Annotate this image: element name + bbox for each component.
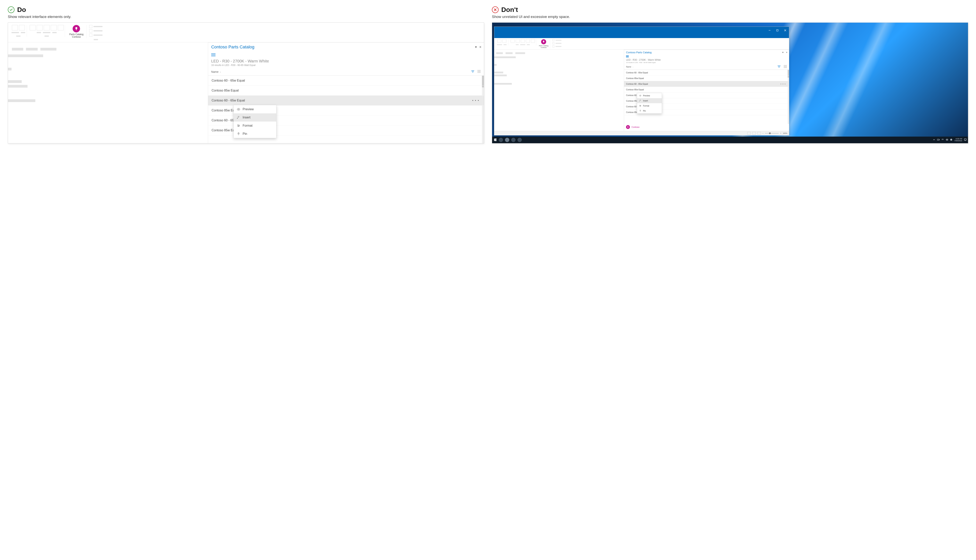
tray-battery-icon[interactable]	[937, 138, 939, 141]
window-minimize-button[interactable]	[766, 28, 773, 33]
ribbon-button[interactable]	[58, 25, 63, 30]
more-options-icon[interactable]: • • •	[779, 83, 787, 85]
placeholder-bar	[45, 35, 49, 37]
context-menu-preview[interactable]: Preview	[234, 105, 276, 113]
checkmark-icon	[8, 7, 15, 13]
list-item[interactable]: Contoso 85w Equal	[208, 86, 484, 96]
pin-icon	[237, 132, 240, 136]
preview-icon	[237, 108, 240, 111]
search-block: LED - R30 - 2700K - Warm White 16 result…	[208, 58, 484, 67]
avatar: C	[626, 125, 630, 129]
ribbon-button[interactable]	[511, 39, 515, 43]
pane-title: Contoso Parts Catalog	[626, 51, 652, 54]
insert-icon	[639, 100, 641, 102]
context-menu-format[interactable]: Format	[234, 122, 276, 130]
ribbon-button[interactable]	[516, 39, 520, 43]
tray-wifi-icon[interactable]	[941, 138, 944, 141]
format-icon	[237, 124, 240, 127]
ribbon-button[interactable]	[51, 25, 57, 30]
pane-dropdown-icon[interactable]: ▼	[474, 45, 477, 48]
view-mode-button[interactable]	[757, 132, 761, 135]
results-list: Contoso 60 - 65w Equal Contoso 85w Equal…	[624, 70, 789, 124]
ribbon: Parts Catalog Contoso	[8, 23, 484, 42]
name-column-header[interactable]: Name↓	[211, 70, 221, 73]
zoom-level[interactable]: 100%	[783, 132, 787, 134]
placeholder-bar	[93, 30, 102, 32]
preview-icon	[639, 95, 641, 97]
ribbon-button[interactable]	[521, 39, 525, 43]
do-column: Do Show relevant interface elements only…	[8, 6, 484, 143]
ribbon-button[interactable]	[19, 25, 25, 30]
svg-point-4	[238, 109, 239, 110]
zoom-out-button[interactable]: −	[762, 132, 763, 134]
tray-volume-icon[interactable]	[946, 138, 948, 141]
tray-notifications-icon[interactable]	[964, 138, 966, 141]
list-item-selected[interactable]: Contoso 60 - 65w Equal • • •	[208, 96, 484, 105]
svg-rect-2	[478, 72, 479, 73]
pane-close-icon[interactable]: ✕	[786, 51, 787, 53]
sort-down-icon: ↓	[220, 70, 221, 73]
zoom-slider-thumb[interactable]	[769, 132, 771, 134]
context-menu-insert[interactable]: Insert	[234, 113, 276, 122]
context-menu-preview[interactable]: Preview	[637, 93, 662, 98]
search-results-count: 16 results in LED - R30 - 60-65 Watt Equ…	[211, 64, 481, 67]
list-item[interactable]: Contoso 85w Equal	[624, 87, 789, 92]
tray-chevron-up-icon[interactable]	[933, 138, 935, 141]
pane-header: Contoso Parts Catalog ▼ ✕	[208, 43, 484, 51]
context-menu-pin[interactable]: Pin	[637, 108, 662, 113]
pane-dropdown-icon[interactable]: ▼	[782, 51, 784, 53]
pane-header: Contoso Parts Catalog ▼ ✕	[624, 50, 789, 54]
window-close-button[interactable]	[782, 28, 789, 33]
parts-catalog-ribbon-button[interactable]: Parts Catalog Contoso	[67, 25, 87, 38]
hamburger-menu-button[interactable]	[624, 54, 789, 58]
taskbar-app-icon[interactable]	[505, 138, 509, 142]
ribbon-button[interactable]	[30, 25, 35, 30]
ribbon-button[interactable]	[12, 25, 18, 30]
context-menu-pin[interactable]: Pin	[234, 130, 276, 138]
dont-heading: Don't	[501, 6, 518, 13]
pane-close-icon[interactable]: ✕	[479, 45, 482, 48]
filter-icon[interactable]	[777, 65, 781, 69]
grid-view-icon[interactable]	[477, 70, 481, 74]
ribbon-button[interactable]	[37, 25, 43, 30]
do-heading: Do	[17, 6, 26, 13]
tray-language-icon[interactable]	[950, 138, 953, 141]
context-menu: Preview Insert Format	[234, 105, 276, 138]
window-titlebar	[494, 27, 789, 34]
list-item[interactable]: Contoso 60 - 65w Equal	[624, 70, 789, 75]
svg-point-13	[640, 95, 641, 96]
ribbon-button[interactable]	[497, 39, 501, 43]
list-item[interactable]: Contoso 85w Equal	[624, 75, 789, 81]
taskbar-clock[interactable]: 6:30 AM 7/30/2015	[954, 138, 962, 142]
cross-icon	[492, 7, 499, 13]
taskbar-app-icon[interactable]	[517, 138, 522, 142]
zoom-in-button[interactable]: +	[780, 132, 781, 134]
ribbon-group	[551, 39, 561, 47]
list-item-selected[interactable]: Contoso 60 - 65w Equal • • •	[624, 81, 789, 87]
ribbon-button[interactable]	[526, 39, 530, 43]
placeholder-square	[89, 29, 92, 32]
view-mode-button[interactable]	[747, 132, 751, 135]
taskbar-app-icon[interactable]	[499, 138, 503, 142]
name-column-header[interactable]: Name↓	[626, 66, 634, 68]
zoom-slider[interactable]	[765, 133, 779, 133]
start-button[interactable]	[494, 138, 497, 142]
dont-example-card: Parts Catalog Contoso	[492, 22, 968, 143]
list-item[interactable]: Contoso 60 - 65w Equal	[208, 76, 484, 86]
svg-rect-8	[776, 30, 778, 31]
ribbon-button[interactable]	[502, 39, 506, 43]
taskbar-app-icon[interactable]	[511, 138, 516, 142]
hamburger-menu-button[interactable]	[208, 51, 484, 58]
more-options-icon[interactable]: • • •	[471, 99, 480, 102]
persona-footer[interactable]: C Contoso	[624, 124, 789, 131]
ribbon-button[interactable]	[531, 39, 535, 43]
ribbon-button[interactable]	[44, 25, 50, 30]
context-menu-insert[interactable]: Insert	[637, 98, 662, 103]
parts-catalog-ribbon-button[interactable]: Parts Catalog Contoso	[537, 39, 550, 48]
task-pane: Contoso Parts Catalog ▼ ✕ LED - R30 - 27…	[624, 50, 789, 131]
context-menu-format[interactable]: Format	[637, 103, 662, 108]
filter-icon[interactable]	[471, 70, 474, 74]
window-maximize-button[interactable]	[774, 28, 781, 33]
grid-view-icon[interactable]	[784, 65, 787, 69]
view-mode-button[interactable]	[752, 132, 756, 135]
